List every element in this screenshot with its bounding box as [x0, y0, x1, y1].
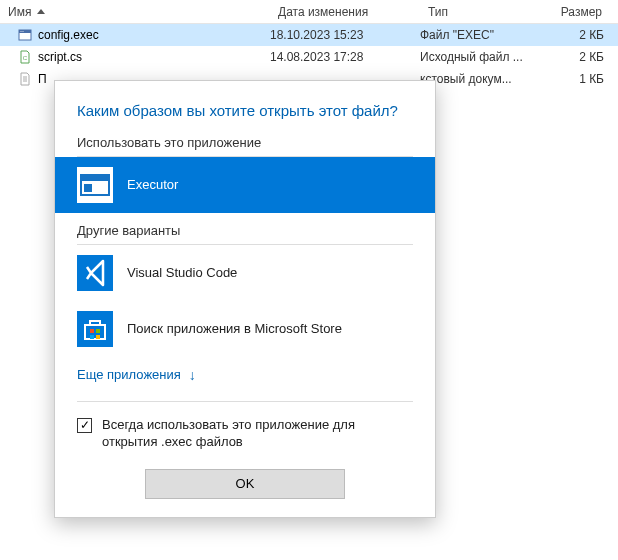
always-use-label: Всегда использовать это приложение для о… [102, 416, 413, 451]
always-use-checkbox[interactable]: ✓ [77, 418, 92, 433]
cs-file-icon: C [18, 50, 32, 64]
file-date: 18.10.2023 15:23 [270, 28, 420, 42]
column-name-label: Имя [8, 5, 31, 19]
svg-rect-17 [96, 335, 100, 339]
svg-text:C: C [23, 55, 28, 61]
app-item-executor[interactable]: Executor [55, 157, 435, 213]
divider [77, 401, 413, 402]
svg-rect-14 [90, 329, 94, 333]
file-date: 14.08.2023 17:28 [270, 50, 420, 64]
file-name: script.cs [38, 50, 82, 64]
file-explorer: Имя Дата изменения Тип Размер config.exe… [0, 0, 618, 90]
file-size: 1 КБ [550, 72, 610, 86]
executor-app-icon [77, 167, 113, 203]
app-item-store[interactable]: Поиск приложения в Microsoft Store [55, 301, 435, 357]
ok-button-label: OK [236, 476, 255, 491]
svg-rect-10 [81, 175, 109, 181]
file-row[interactable]: C script.cs 14.08.2023 17:28 Исходный фа… [0, 46, 618, 68]
column-size-label: Размер [561, 5, 602, 19]
svg-rect-15 [96, 329, 100, 333]
file-name-cell: config.exec [0, 28, 270, 42]
other-options-label: Другие варианты [77, 223, 413, 245]
open-with-dialog: Каким образом вы хотите открыть этот фай… [54, 80, 436, 518]
column-header-date[interactable]: Дата изменения [270, 1, 420, 23]
column-date-label: Дата изменения [278, 5, 368, 19]
app-name-label: Executor [127, 177, 178, 192]
dialog-title: Каким образом вы хотите открыть этот фай… [55, 101, 435, 135]
svg-rect-16 [90, 335, 94, 339]
svg-point-2 [21, 31, 22, 32]
more-apps-label: Еще приложения [77, 367, 181, 382]
file-name-cell: C script.cs [0, 50, 270, 64]
svg-point-3 [23, 31, 24, 32]
column-header-row: Имя Дата изменения Тип Размер [0, 0, 618, 24]
app-item-vscode[interactable]: Visual Studio Code [55, 245, 435, 301]
column-type-label: Тип [428, 5, 448, 19]
vscode-app-icon [77, 255, 113, 291]
store-app-icon [77, 311, 113, 347]
file-type: Исходный файл ... [420, 50, 550, 64]
column-header-size[interactable]: Размер [550, 1, 610, 23]
file-size: 2 КБ [550, 28, 610, 42]
more-apps-link[interactable]: Еще приложения ↓ [55, 357, 435, 393]
always-use-row: ✓ Всегда использовать это приложение для… [55, 416, 435, 469]
txt-file-icon [18, 72, 32, 86]
column-header-type[interactable]: Тип [420, 1, 550, 23]
app-name-label: Поиск приложения в Microsoft Store [127, 321, 342, 336]
file-type: Файл "EXEC" [420, 28, 550, 42]
app-name-label: Visual Studio Code [127, 265, 237, 280]
sort-caret-up-icon [37, 9, 45, 14]
svg-rect-11 [84, 184, 92, 192]
svg-rect-13 [77, 311, 113, 347]
use-this-app-label: Использовать это приложение [77, 135, 413, 157]
file-size: 2 КБ [550, 50, 610, 64]
svg-rect-12 [77, 255, 113, 291]
file-name: П [38, 72, 47, 86]
column-header-name[interactable]: Имя [0, 1, 270, 23]
file-row[interactable]: config.exec 18.10.2023 15:23 Файл "EXEC"… [0, 24, 618, 46]
file-name: config.exec [38, 28, 99, 42]
chevron-down-icon: ↓ [189, 367, 196, 383]
exec-file-icon [18, 28, 32, 42]
file-type: кстовый докум... [420, 72, 550, 86]
ok-button[interactable]: OK [145, 469, 345, 499]
